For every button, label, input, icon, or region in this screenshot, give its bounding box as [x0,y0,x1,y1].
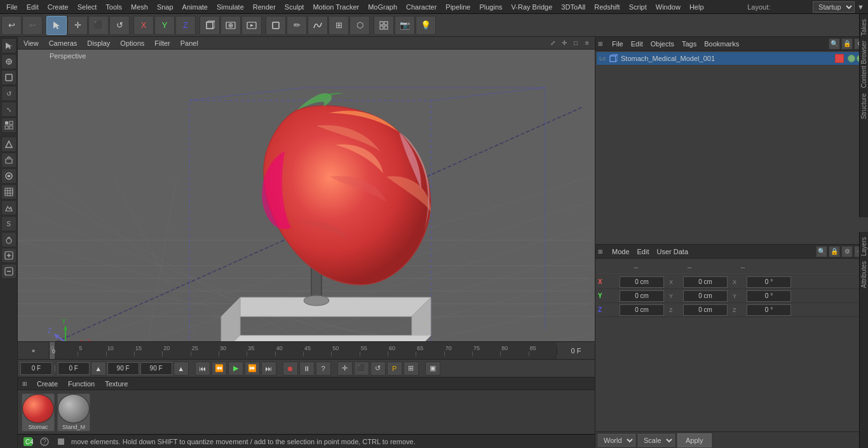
left-tool-7[interactable] [1,137,17,152]
vtab-content-browser[interactable]: Content Browser [860,38,868,90]
menu-simulate[interactable]: Simulate [213,2,248,12]
vp-menu-options[interactable]: Options [117,39,147,48]
scale-select[interactable]: Scale [638,434,675,447]
left-tool-1[interactable] [1,38,17,53]
render-button[interactable] [241,16,262,35]
vp-icon-maximize[interactable]: □ [571,38,581,48]
left-tool-6[interactable] [1,118,17,133]
left-tool-12[interactable]: S [1,216,17,231]
left-tool-8[interactable] [1,153,17,168]
menu-snap[interactable]: Snap [153,2,177,12]
menu-animate[interactable]: Animate [179,2,212,12]
render-preview-button[interactable] [220,16,241,35]
rotate-button[interactable]: ↺ [109,16,130,35]
pen-tool-button[interactable]: ✏ [287,16,307,35]
apply-button[interactable]: Apply [677,433,712,447]
menu-help[interactable]: Help [686,2,708,12]
spline-tool-button[interactable] [308,16,328,35]
world-select[interactable]: World [598,434,635,447]
menu-pipeline[interactable]: Pipeline [442,2,474,12]
left-tool-5[interactable]: ⤡ [1,102,17,117]
tp-scale-btn[interactable]: ⬛ [354,362,369,376]
obj-menu-file[interactable]: File [609,39,626,48]
light-button[interactable]: 💡 [416,16,436,35]
menu-character[interactable]: Character [402,2,440,12]
camera-button[interactable]: 📷 [395,16,415,35]
coord-z-pos[interactable] [620,304,664,316]
viewport[interactable]: View Cameras Display Options Filter Pane… [18,37,595,341]
material-stand[interactable]: Stand_M [57,393,90,431]
record-button[interactable]: ⏺ [283,362,298,376]
mat-menu-function[interactable]: Function [65,379,97,388]
menu-motion-tracker[interactable]: Motion Tracker [309,2,363,12]
left-tool-2[interactable] [1,54,17,69]
material-stomach[interactable]: Stomac [22,393,55,431]
object-mode-button[interactable] [266,16,286,35]
menu-window[interactable]: Window [652,2,684,12]
coord-y-rot[interactable] [747,290,791,302]
mat-menu-create[interactable]: Create [34,379,60,388]
status-icon-stop[interactable] [55,435,67,448]
vp-menu-view[interactable]: View [20,39,42,48]
vp-icon-expand[interactable]: ⤢ [548,38,558,48]
coord-x-rot[interactable] [747,276,791,288]
vp-icon-options[interactable]: ≡ [582,38,592,48]
coord-y-pos[interactable] [620,290,664,302]
total-frame-input[interactable] [140,362,172,375]
obj-menu-bookmarks[interactable]: Bookmarks [702,39,742,48]
vtab-layers[interactable]: Layers [860,234,868,259]
left-tool-3[interactable] [1,70,17,85]
coord-y-button[interactable]: Y [154,16,175,35]
grid-button[interactable] [374,16,394,35]
vp-menu-filter[interactable]: Filter [151,39,173,48]
obj-menu-edit[interactable]: Edit [628,39,646,48]
status-icon-1[interactable]: C4 [22,435,34,448]
tp-grid-btn[interactable]: ⊞ [403,362,419,376]
redo-button[interactable]: ↩ [22,16,43,35]
tp-move-btn[interactable]: ✛ [337,362,353,376]
auto-key-button[interactable]: ⏸ [299,362,315,376]
menu-file[interactable]: File [3,2,22,12]
goto-start-button[interactable]: ⏮ [195,362,210,376]
tp-render-btn[interactable]: ▣ [425,362,440,376]
vtab-attributes[interactable]: Attributes [860,259,868,290]
vtab-takes[interactable]: Takes [860,17,868,38]
vp-icon-move[interactable]: ✛ [559,38,569,48]
motion-path-button[interactable]: ? [316,362,331,376]
undo-button[interactable]: ↩ [1,16,22,35]
vp-menu-display[interactable]: Display [84,39,113,48]
vp-menu-panel[interactable]: Panel [177,39,201,48]
move-button[interactable]: ✛ [67,16,88,35]
vp-menu-cameras[interactable]: Cameras [46,39,81,48]
menu-3dtoall[interactable]: 3DToAll [557,2,589,12]
left-tool-14[interactable] [1,248,17,263]
object-manager-content[interactable]: Lo Stomach_Medical_Model_001 [595,51,868,244]
menu-vray[interactable]: V-Ray Bridge [508,2,557,12]
menu-create[interactable]: Create [44,2,72,12]
attr-menu-mode[interactable]: Mode [609,247,632,256]
menu-mesh[interactable]: Mesh [127,2,152,12]
play-button[interactable]: ▶ [228,362,243,376]
status-icon-2[interactable]: ? [38,435,51,448]
layout-select[interactable]: Startup [813,1,855,13]
step-back-button[interactable]: ⏪ [212,362,227,376]
menu-select[interactable]: Select [74,2,101,12]
coord-x-size[interactable] [683,276,728,288]
coord-y-size[interactable] [683,290,728,302]
tp-arrow-forward[interactable]: ▲ [173,362,189,376]
obj-search-tool[interactable]: 🔍 [829,38,840,50]
coord-z-rot[interactable] [747,304,791,316]
viewport-canvas[interactable]: X Y Z Grid Spacing : 100 cm [18,50,595,341]
left-tool-15[interactable] [1,264,17,279]
end-frame-input[interactable] [107,362,139,375]
timeline-ruler[interactable]: 0 051015202530354045505560657075808590 [50,342,557,359]
goto-end-button[interactable]: ⏭ [261,362,276,376]
coord-x-button[interactable]: X [133,16,154,35]
step-forward-button[interactable]: ⏩ [245,362,260,376]
left-tool-11[interactable] [1,200,17,215]
menu-mograph[interactable]: MoGraph [364,2,401,12]
tp-arrow-back[interactable]: ▲ [91,362,106,376]
menu-sculpt[interactable]: Sculpt [281,2,308,12]
cube-tool-button[interactable] [200,16,220,35]
menu-plugins[interactable]: Plugins [475,2,506,12]
